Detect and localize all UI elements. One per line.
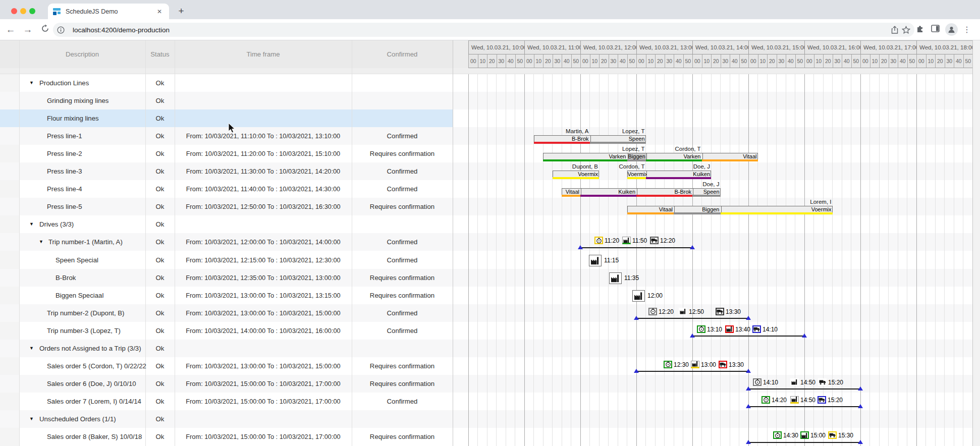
timeline-minute-cell[interactable]: 50 — [627, 54, 637, 68]
timeline-minute-cell[interactable]: 20 — [655, 54, 665, 68]
timeline-minute-cell[interactable]: 30 — [833, 54, 842, 68]
timeline-minute-cell[interactable]: 40 — [562, 54, 571, 68]
marker-truck-icon[interactable] — [828, 431, 837, 439]
timeline-minute-cell[interactable]: 10 — [926, 54, 936, 68]
timeline-minute-cell[interactable]: 30 — [777, 54, 786, 68]
column-header-confirmed[interactable]: Confirmed — [352, 40, 453, 68]
marker-clock-icon[interactable] — [664, 361, 672, 368]
timeline-minute-cell[interactable]: 40 — [842, 54, 851, 68]
gantt-bar-segment[interactable]: Speen — [590, 136, 646, 142]
gantt-bar-segment[interactable]: Varken — [646, 153, 702, 159]
marker-factory-icon[interactable] — [679, 308, 687, 315]
marker-truck-icon[interactable] — [719, 361, 727, 368]
marker-truck-icon[interactable] — [818, 378, 827, 386]
marker-truck-icon[interactable] — [716, 308, 724, 315]
gantt-bar-segment[interactable]: Vitaal — [628, 206, 675, 212]
timeline-minute-cell[interactable]: 50 — [683, 54, 693, 68]
timeline-minute-cell[interactable]: 20 — [767, 54, 777, 68]
trip-timeline[interactable] — [748, 388, 860, 389]
minimize-window-button[interactable] — [20, 8, 26, 14]
profile-avatar[interactable] — [945, 23, 958, 36]
close-window-button[interactable] — [11, 8, 17, 14]
gantt-activity-bar[interactable]: VitaalKuikenB-BrokSpeen — [562, 188, 721, 195]
trip-timeline[interactable] — [636, 371, 748, 372]
timeline-minute-cell[interactable]: 00 — [636, 54, 646, 68]
timeline-hour-header[interactable]: Wed, 10.03.21, 17:00 — [860, 40, 916, 54]
order-factory-icon[interactable] — [609, 272, 622, 284]
gantt-bar-segment[interactable]: B-Brok — [637, 189, 693, 195]
marker-factory-icon[interactable] — [622, 237, 631, 244]
extensions-puzzle-icon[interactable] — [916, 24, 925, 35]
timeline-hour-header[interactable]: Wed, 10.03.21, 13:00 — [636, 40, 692, 54]
trip-timeline[interactable] — [748, 442, 860, 443]
timeline-minute-cell[interactable]: 50 — [571, 54, 581, 68]
timeline-minute-cell[interactable]: 40 — [786, 54, 795, 68]
gantt-bar-segment[interactable]: Voermix — [721, 206, 833, 212]
marker-clock-icon[interactable] — [761, 396, 770, 404]
reload-icon[interactable] — [38, 23, 51, 36]
timeline-minute-cell[interactable]: 50 — [795, 54, 805, 68]
timeline-minute-cell[interactable]: 10 — [870, 54, 880, 68]
timeline-minute-cell[interactable]: 30 — [497, 54, 506, 68]
timeline-minute-cell[interactable]: 00 — [860, 54, 870, 68]
timeline-hour-header[interactable]: Wed, 10.03.21, 12:00 — [580, 40, 636, 54]
expand-caret-icon[interactable]: ▼ — [29, 215, 34, 233]
timeline-minute-cell[interactable]: 30 — [889, 54, 898, 68]
timeline-minute-cell[interactable]: 00 — [524, 54, 534, 68]
forward-icon[interactable]: → — [21, 23, 34, 36]
expand-caret-icon[interactable]: ▼ — [39, 233, 43, 251]
tab-close-icon[interactable]: ✕ — [155, 7, 164, 16]
marker-factory-icon[interactable] — [790, 378, 799, 386]
timeline-minute-cell[interactable]: 50 — [851, 54, 861, 68]
timeline-minute-cell[interactable]: 00 — [468, 54, 478, 68]
side-panel-icon[interactable] — [931, 24, 940, 35]
timeline-minute-cell[interactable]: 30 — [665, 54, 674, 68]
timeline-minute-cell[interactable]: 50 — [739, 54, 749, 68]
marker-clock-icon[interactable] — [753, 378, 761, 386]
gantt-bar-segment[interactable]: B-Brok — [534, 136, 590, 142]
menu-dots-icon[interactable]: ⋮ — [963, 25, 971, 34]
timeline-hour-header[interactable]: Wed, 10.03.21, 18:00 — [916, 40, 972, 54]
trip-timeline[interactable] — [580, 247, 692, 248]
gantt-activity-bar[interactable]: VoermixKuiken — [627, 171, 712, 178]
expand-caret-icon[interactable]: ▼ — [29, 74, 34, 92]
column-header-description[interactable]: Description — [19, 40, 145, 68]
timeline-minute-cell[interactable]: 10 — [702, 54, 712, 68]
marker-clock-icon[interactable] — [773, 431, 782, 439]
trip-timeline[interactable] — [748, 406, 860, 407]
trip-timeline[interactable] — [636, 318, 748, 319]
new-tab-button[interactable]: + — [175, 5, 188, 18]
marker-factory-icon[interactable] — [725, 325, 734, 333]
marker-clock-icon[interactable] — [594, 237, 603, 244]
expand-caret-icon[interactable]: ▼ — [29, 340, 34, 357]
timeline-hour-header[interactable]: Wed, 10.03.21, 15:00 — [748, 40, 804, 54]
gantt-bar-segment[interactable]: Vitaal — [562, 189, 581, 195]
timeline-minute-cell[interactable]: 10 — [478, 54, 487, 68]
marker-truck-icon[interactable] — [650, 237, 659, 244]
timeline-minute-cell[interactable]: 40 — [954, 54, 963, 68]
timeline-minute-cell[interactable]: 00 — [916, 54, 926, 68]
timeline-minute-cell[interactable]: 20 — [599, 54, 609, 68]
timeline-minute-cell[interactable]: 30 — [721, 54, 730, 68]
timeline-minute-cell[interactable]: 00 — [804, 54, 814, 68]
gantt-bar-segment[interactable]: Kuiken — [581, 189, 637, 195]
timeline-minute-cell[interactable]: 20 — [879, 54, 889, 68]
marker-factory-icon[interactable] — [691, 361, 699, 368]
column-header-status[interactable]: Status — [145, 40, 175, 68]
timeline-minute-cell[interactable]: 20 — [487, 54, 497, 68]
timeline-minute-cell[interactable]: 10 — [814, 54, 824, 68]
maximize-window-button[interactable] — [29, 8, 35, 14]
timeline-minute-cell[interactable]: 10 — [534, 54, 543, 68]
timeline-hour-header[interactable]: Wed, 10.03.21, 11:00 — [524, 40, 580, 54]
gantt-activity-bar[interactable]: B-BrokSpeen — [534, 135, 646, 142]
timeline-minute-cell[interactable]: 10 — [646, 54, 656, 68]
trip-timeline[interactable] — [692, 336, 804, 337]
gantt-bar-segment[interactable]: Speen — [693, 189, 721, 195]
gantt-bar-segment[interactable]: Vitaal — [702, 153, 758, 159]
order-factory-icon[interactable] — [632, 290, 645, 302]
timeline-minute-cell[interactable]: 20 — [823, 54, 833, 68]
gantt-bar-segment[interactable]: Biggen — [628, 153, 646, 159]
marker-clock-icon[interactable] — [697, 325, 705, 333]
timeline-hour-header[interactable]: Wed, 10.03.21, 16:00 — [804, 40, 860, 54]
browser-tab[interactable]: ScheduleJS Demo ✕ — [48, 4, 169, 19]
